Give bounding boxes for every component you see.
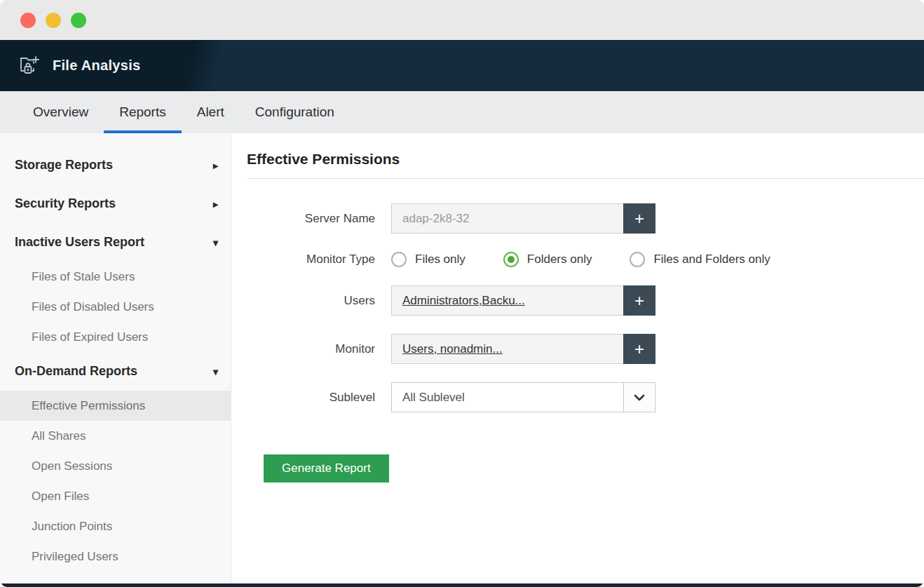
- window-bottom-edge: [0, 583, 924, 587]
- server-name-input[interactable]: adap-2k8-32: [391, 203, 623, 234]
- users-input[interactable]: Administrators,Backu...: [391, 285, 623, 316]
- sidebar-item-files-of-disabled-users[interactable]: Files of Disabled Users: [0, 292, 231, 322]
- app-window: File Analysis Overview Reports Alert Con…: [0, 0, 924, 587]
- sidebar-item-inactive-users-report[interactable]: Inactive Users Report ▾: [0, 223, 231, 262]
- tab-bar: Overview Reports Alert Configuration: [0, 91, 924, 133]
- sidebar-item-open-sessions[interactable]: Open Sessions: [0, 451, 231, 481]
- sublevel-row: Sublevel All Sublevel: [247, 382, 924, 412]
- app-title: File Analysis: [53, 58, 140, 74]
- sublevel-select[interactable]: All Sublevel: [391, 382, 655, 412]
- sidebar-item-junction-points[interactable]: Junction Points: [0, 511, 231, 541]
- add-server-button[interactable]: +: [623, 203, 655, 234]
- maximize-window-button[interactable]: [71, 13, 86, 28]
- title-divider: [247, 178, 924, 179]
- sidebar-item-storage-reports[interactable]: Storage Reports ▸: [0, 146, 231, 184]
- sidebar-item-label: Security Reports: [15, 196, 116, 211]
- chevron-down-icon: [623, 383, 655, 412]
- page-title: Effective Permissions: [247, 151, 924, 168]
- sidebar-item-files-of-expired-users[interactable]: Files of Expired Users: [0, 322, 231, 352]
- sidebar-item-label: On-Demand Reports: [15, 364, 137, 379]
- effective-permissions-form: Server Name adap-2k8-32 + Monitor Type: [247, 203, 924, 483]
- generate-report-button[interactable]: Generate Report: [264, 454, 389, 483]
- sidebar-item-files-of-stale-users[interactable]: Files of Stale Users: [0, 262, 231, 292]
- traffic-lights: [20, 13, 86, 28]
- sidebar-item-open-files[interactable]: Open Files: [0, 481, 231, 511]
- caret-right-icon: ▸: [213, 198, 218, 210]
- monitor-input[interactable]: Users, nonadmin...: [391, 334, 623, 364]
- caret-right-icon: ▸: [213, 160, 218, 171]
- monitor-value-link[interactable]: Users, nonadmin...: [402, 342, 503, 356]
- sidebar-item-security-reports[interactable]: Security Reports ▸: [0, 184, 231, 223]
- folder-lock-plus-icon: [18, 55, 42, 77]
- add-monitor-button[interactable]: +: [623, 334, 655, 364]
- tab-configuration[interactable]: Configuration: [240, 91, 350, 133]
- radio-circle-icon: [630, 252, 645, 267]
- close-window-button[interactable]: [20, 13, 36, 28]
- monitor-label: Monitor: [247, 342, 375, 356]
- sidebar-item-all-shares[interactable]: All Shares: [0, 421, 231, 451]
- minimize-window-button[interactable]: [46, 13, 61, 28]
- tab-reports[interactable]: Reports: [104, 91, 182, 133]
- caret-down-icon: ▾: [213, 366, 218, 377]
- sidebar-item-effective-permissions[interactable]: Effective Permissions: [0, 391, 231, 421]
- reports-sidebar: Storage Reports ▸ Security Reports ▸ Ina…: [0, 133, 231, 583]
- window-titlebar: [0, 0, 924, 40]
- add-users-button[interactable]: +: [623, 285, 655, 316]
- server-name-placeholder: adap-2k8-32: [402, 212, 469, 226]
- radio-files-only[interactable]: Files only: [391, 252, 466, 267]
- radio-folders-only[interactable]: Folders only: [503, 252, 592, 267]
- sidebar-item-on-demand-reports[interactable]: On-Demand Reports ▾: [0, 352, 231, 391]
- caret-down-icon: ▾: [213, 237, 218, 248]
- sublevel-selected-value: All Sublevel: [392, 383, 623, 412]
- server-name-label: Server Name: [247, 212, 375, 226]
- monitor-type-row: Monitor Type Files only Folders only: [247, 252, 924, 267]
- main-content: Effective Permissions Server Name adap-2…: [231, 133, 924, 583]
- sublevel-label: Sublevel: [247, 391, 375, 405]
- sidebar-item-label: Inactive Users Report: [15, 235, 144, 250]
- server-name-row: Server Name adap-2k8-32 +: [247, 203, 924, 234]
- users-value-link[interactable]: Administrators,Backu...: [402, 294, 525, 308]
- radio-files-and-folders-only[interactable]: Files and Folders only: [630, 252, 770, 267]
- radio-circle-icon: [503, 252, 519, 267]
- tab-alert[interactable]: Alert: [182, 91, 240, 133]
- users-row: Users Administrators,Backu... +: [247, 285, 924, 316]
- sidebar-item-label: Storage Reports: [15, 158, 113, 173]
- app-header: File Analysis: [0, 40, 924, 91]
- sidebar-item-privileged-users[interactable]: Privileged Users: [0, 541, 231, 572]
- monitor-type-label: Monitor Type: [247, 252, 375, 266]
- radio-circle-icon: [391, 252, 407, 267]
- users-label: Users: [247, 294, 375, 308]
- monitor-row: Monitor Users, nonadmin... +: [247, 334, 924, 364]
- tab-overview[interactable]: Overview: [18, 91, 104, 133]
